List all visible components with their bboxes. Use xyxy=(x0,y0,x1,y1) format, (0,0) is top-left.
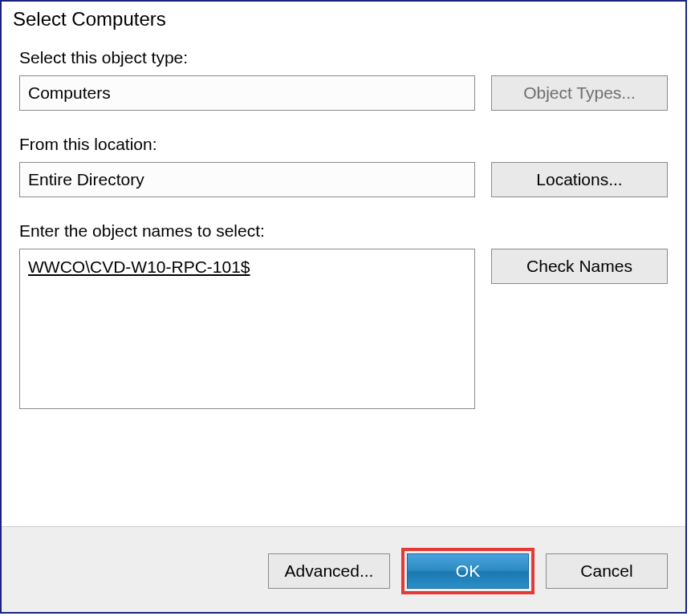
object-type-field: Computers xyxy=(19,75,475,111)
object-names-input[interactable]: WWCO\CVD-W10-RPC-101$ xyxy=(19,249,475,409)
object-type-label: Select this object type: xyxy=(19,48,668,67)
object-names-section: Enter the object names to select: WWCO\C… xyxy=(19,221,668,409)
dialog-title: Select Computers xyxy=(2,2,685,34)
cancel-button[interactable]: Cancel xyxy=(546,553,668,589)
object-types-button[interactable]: Object Types... xyxy=(491,75,668,111)
dialog-footer: Advanced... OK Cancel xyxy=(2,526,685,612)
locations-button[interactable]: Locations... xyxy=(491,162,668,197)
location-field: Entire Directory xyxy=(19,162,475,197)
location-label: From this location: xyxy=(19,135,668,154)
ok-highlight: OK xyxy=(401,548,535,594)
object-type-section: Select this object type: Computers Objec… xyxy=(19,48,668,111)
resolved-object-name: WWCO\CVD-W10-RPC-101$ xyxy=(28,257,250,276)
object-names-label: Enter the object names to select: xyxy=(19,221,668,241)
location-section: From this location: Entire Directory Loc… xyxy=(19,135,668,197)
advanced-button[interactable]: Advanced... xyxy=(268,553,390,589)
ok-button[interactable]: OK xyxy=(407,553,529,589)
check-names-button[interactable]: Check Names xyxy=(491,249,668,284)
select-computers-dialog: Select Computers Select this object type… xyxy=(0,0,687,614)
dialog-body: Select this object type: Computers Objec… xyxy=(2,34,685,526)
